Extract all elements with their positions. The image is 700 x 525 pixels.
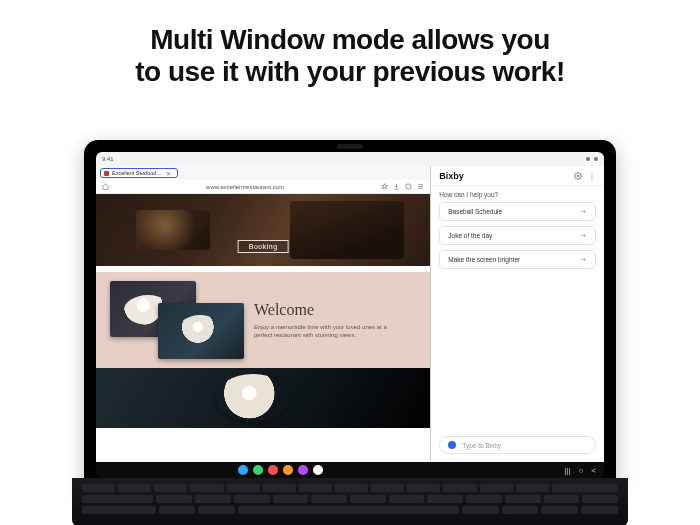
svg-rect-0	[406, 184, 411, 189]
svg-point-2	[591, 173, 592, 174]
lower-image-band	[96, 368, 430, 428]
arrow-right-icon	[580, 208, 587, 215]
bixby-title: Bixby	[439, 171, 464, 181]
bookmark-icon[interactable]	[381, 183, 388, 190]
mic-icon[interactable]	[448, 441, 456, 449]
more-icon[interactable]	[588, 172, 596, 180]
headline-line1: Multi Window mode allows you	[150, 24, 550, 55]
hero-image: Booking	[96, 194, 430, 266]
status-bar: 9:41	[96, 152, 604, 166]
dock-app-icon[interactable]	[253, 465, 263, 475]
bixby-header: Bixby	[431, 166, 604, 186]
dock-app-icon[interactable]	[298, 465, 308, 475]
wifi-icon	[586, 157, 590, 161]
browser-window[interactable]: Excellent Seafood... ✕ www.excellentrest…	[96, 166, 431, 462]
tablet-device: 9:41 Excellent Seafood... ✕	[84, 140, 616, 488]
menu-icon[interactable]	[417, 183, 424, 190]
suggestion-cards: Baseball Schedule Joke of the day Make t…	[431, 200, 604, 271]
welcome-section: Welcome Enjoy a memorable time with your…	[96, 272, 430, 368]
card-label: Baseball Schedule	[448, 208, 502, 215]
bixby-input[interactable]: Type to Bixby	[439, 436, 596, 454]
card-label: Joke of the day	[448, 232, 492, 239]
address-bar: www.excellentrestaurant.com	[96, 180, 430, 194]
tab-bar: Excellent Seafood... ✕	[96, 166, 430, 180]
system-navbar: ||| ○ <	[96, 462, 604, 478]
multi-window-split: Excellent Seafood... ✕ www.excellentrest…	[96, 166, 604, 462]
dish-photo-2	[158, 303, 244, 359]
url-text[interactable]: www.excellentrestaurant.com	[115, 184, 375, 190]
status-indicators	[586, 157, 598, 161]
card-label: Make the screen brighter	[448, 256, 520, 263]
booking-button[interactable]: Booking	[238, 240, 289, 253]
dock-app-icon[interactable]	[238, 465, 248, 475]
status-time: 9:41	[102, 156, 114, 162]
nav-icons	[102, 183, 109, 190]
arrow-right-icon	[580, 232, 587, 239]
suggestion-card[interactable]: Baseball Schedule	[439, 202, 596, 221]
svg-point-1	[577, 175, 579, 177]
back-nav-icon[interactable]: <	[591, 466, 596, 475]
tablet-screen: 9:41 Excellent Seafood... ✕	[96, 152, 604, 478]
home-icon[interactable]	[102, 183, 109, 190]
battery-icon	[594, 157, 598, 161]
bixby-help-prompt: How can I help you?	[431, 186, 604, 200]
headline-line2: to use it with your previous work!	[0, 56, 700, 88]
headline: Multi Window mode allows you to use it w…	[0, 24, 700, 88]
svg-point-4	[591, 177, 592, 178]
page-content: Booking Welcome Enjoy a memorable time w…	[96, 194, 430, 462]
welcome-title: Welcome	[254, 301, 416, 319]
arrow-right-icon	[580, 256, 587, 263]
dock-app-icon[interactable]	[313, 465, 323, 475]
welcome-body: Enjoy a memorable time with your loved o…	[254, 323, 404, 340]
keyboard-case	[72, 478, 628, 525]
photo-stack	[110, 281, 240, 359]
toolbar-icons	[381, 183, 424, 190]
download-icon[interactable]	[393, 183, 400, 190]
svg-point-3	[591, 175, 592, 176]
settings-icon[interactable]	[574, 172, 582, 180]
nav-buttons: ||| ○ <	[564, 466, 596, 475]
app-dock	[238, 465, 323, 475]
bixby-panel[interactable]: Bixby How can I help you? Baseball Sched…	[431, 166, 604, 462]
recents-icon[interactable]: |||	[564, 466, 570, 475]
welcome-text: Welcome Enjoy a memorable time with your…	[254, 301, 416, 340]
home-nav-icon[interactable]: ○	[578, 466, 583, 475]
promo-slide: Multi Window mode allows you to use it w…	[0, 0, 700, 525]
dock-app-icon[interactable]	[268, 465, 278, 475]
suggestion-card[interactable]: Joke of the day	[439, 226, 596, 245]
suggestion-card[interactable]: Make the screen brighter	[439, 250, 596, 269]
tab-label: Excellent Seafood...	[112, 170, 161, 176]
favicon-icon	[104, 171, 109, 176]
bixby-placeholder: Type to Bixby	[462, 442, 501, 449]
browser-tab[interactable]: Excellent Seafood... ✕	[100, 168, 178, 178]
dock-app-icon[interactable]	[283, 465, 293, 475]
camera-notch	[337, 144, 363, 149]
tabs-icon[interactable]	[405, 183, 412, 190]
close-tab-icon[interactable]: ✕	[166, 170, 171, 177]
plate-image	[216, 374, 290, 422]
